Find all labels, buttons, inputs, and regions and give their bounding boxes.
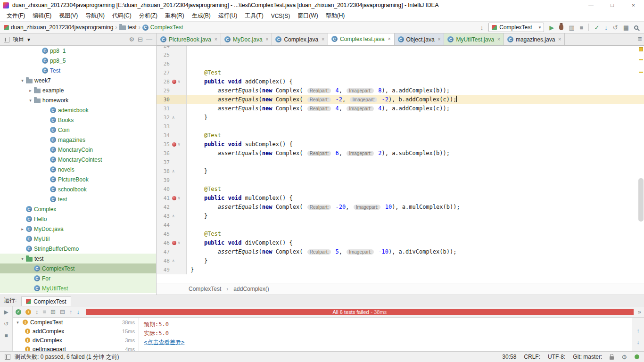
tree-arrow-icon[interactable]: ▾ xyxy=(15,320,20,325)
tree-arrow-icon[interactable]: ▸ xyxy=(19,227,26,231)
run-button[interactable]: ▶ xyxy=(549,24,554,31)
test-failed-icon[interactable] xyxy=(172,196,176,200)
editor-line[interactable]: 48∧ } xyxy=(157,256,644,265)
tree-item[interactable]: Ctest xyxy=(0,194,156,204)
tree-item[interactable]: Cnovels xyxy=(0,165,156,174)
editor-line[interactable]: 24 xyxy=(157,46,644,50)
gear-icon[interactable]: ⚙ xyxy=(621,354,627,361)
code-text[interactable]: public void addComplex() { xyxy=(187,77,293,86)
editor-line[interactable]: 45 @Test xyxy=(157,230,644,239)
editor-line[interactable]: 29 assertEquals(new Complex( Realpart: 4… xyxy=(157,86,644,95)
tree-item[interactable]: Cademicbook xyxy=(0,105,156,115)
editor-line[interactable]: 32∧ } xyxy=(157,113,644,122)
tab-close-icon[interactable]: × xyxy=(322,37,324,42)
editor-line[interactable]: 28∨ public void addComplex() { xyxy=(157,77,644,86)
code-text[interactable]: public void subComplex() { xyxy=(187,140,293,149)
tree-item[interactable]: CTest xyxy=(0,66,156,75)
overflow-icon[interactable]: » xyxy=(638,308,641,315)
code-text[interactable] xyxy=(187,221,190,230)
tab-close-icon[interactable]: × xyxy=(388,36,391,41)
view-diff-link[interactable]: <点击查看差异> xyxy=(144,338,627,347)
editor-tab[interactable]: CComplex.java× xyxy=(272,33,328,45)
code-text[interactable] xyxy=(187,176,190,185)
tree-item[interactable]: CCoin xyxy=(0,125,156,135)
editor-line[interactable]: 26 xyxy=(157,59,644,68)
editor-line[interactable]: 30 assertEquals(new Complex( Realpart: -… xyxy=(157,95,644,104)
code-text[interactable]: } xyxy=(187,212,207,221)
code-text[interactable]: public void mulComplex() { xyxy=(187,194,293,203)
code-text[interactable]: @Test xyxy=(187,230,221,239)
tree-item[interactable]: ▸example xyxy=(0,85,156,95)
menu-item[interactable]: 文件(F) xyxy=(3,10,29,21)
code-text[interactable]: @Test xyxy=(187,185,221,194)
vcs-commit-button[interactable]: ✓ xyxy=(594,24,599,31)
menu-item[interactable]: 代码(C) xyxy=(108,10,135,21)
editor-line[interactable]: 46∨ public void divComplex() { xyxy=(157,239,644,247)
run-tab-complextest[interactable]: ComplexTest xyxy=(21,296,71,306)
tree-item[interactable]: Cpp8_1 xyxy=(0,46,156,56)
editor-line[interactable]: 33 xyxy=(157,122,644,131)
code-text[interactable]: } xyxy=(187,167,207,176)
editor-line[interactable]: 41∨ public void mulComplex() { xyxy=(157,194,644,203)
rerun-failed-tests-button[interactable]: ↺ xyxy=(4,321,8,327)
test-result-row[interactable]: !addComplex15ms xyxy=(13,327,139,336)
collapse-all-icon[interactable]: ⊟ xyxy=(60,308,65,315)
editor-line[interactable]: 37 xyxy=(157,158,644,167)
chevron-down-icon[interactable]: ▾ xyxy=(27,36,30,43)
editor-line[interactable]: 39 xyxy=(157,176,644,185)
tool-window-switcher-icon[interactable] xyxy=(5,354,10,360)
breadcrumb-project[interactable]: duan_zhixuan_20172304javaprograming xyxy=(4,24,114,31)
editor-tab[interactable]: CPictureBook.java× xyxy=(157,33,221,45)
test-failed-icon[interactable] xyxy=(172,80,176,84)
code-text[interactable]: assertEquals(new Complex( Realpart: 4, I… xyxy=(187,104,450,113)
test-result-row[interactable]: !divComplex3ms xyxy=(13,336,139,345)
editor-tab[interactable]: CMyDoc.java× xyxy=(221,33,272,45)
editor-line[interactable]: 44 xyxy=(157,221,644,230)
tree-item[interactable]: CComplexTest xyxy=(0,263,156,273)
editor-line[interactable]: 35∨ public void subComplex() { xyxy=(157,140,644,149)
fold-down-icon[interactable]: ∨ xyxy=(178,196,180,200)
tree-item[interactable]: CFor xyxy=(0,273,156,283)
stop-button[interactable]: ■ xyxy=(4,332,8,339)
git-branch-widget[interactable]: Git: master: xyxy=(573,354,602,360)
fold-down-icon[interactable]: ∨ xyxy=(178,142,180,147)
encoding-widget[interactable]: UTF-8: xyxy=(548,354,565,360)
fold-up-icon[interactable]: ∧ xyxy=(172,115,174,120)
tree-arrow-icon[interactable]: ▸ xyxy=(27,88,34,93)
fold-up-icon[interactable]: ∧ xyxy=(172,169,174,173)
tree-item[interactable]: CComplex xyxy=(0,204,156,214)
editor-viewport[interactable]: 24252627 @Test28∨ public void addComplex… xyxy=(157,46,644,283)
tree-item[interactable]: CPictureBook xyxy=(0,174,156,184)
tree-item[interactable]: CBooks xyxy=(0,115,156,125)
menu-item[interactable]: 视图(V) xyxy=(55,10,82,21)
sort-by-duration-icon[interactable]: ↕ xyxy=(35,308,39,315)
warning-stripe-mark[interactable] xyxy=(639,59,643,60)
test-result-row[interactable]: ▾!ComplexTest38ms xyxy=(13,318,139,327)
scroll-down-icon[interactable]: ↓ xyxy=(636,338,640,346)
menu-item[interactable]: 分析(Z) xyxy=(135,10,161,21)
code-text[interactable] xyxy=(187,158,190,167)
editor-line[interactable]: 31 assertEquals(new Complex( Realpart: 4… xyxy=(157,104,644,113)
code-text[interactable]: } xyxy=(187,265,194,274)
editor-line[interactable]: 49} xyxy=(157,265,644,274)
menu-item[interactable]: 窗口(W) xyxy=(294,10,322,21)
scrollbar-thumb[interactable] xyxy=(638,178,644,222)
maximize-button[interactable]: □ xyxy=(602,0,623,10)
editor-tab[interactable]: CMyUtilTest.java× xyxy=(444,33,504,45)
editor-line[interactable]: 25 xyxy=(157,50,644,59)
code-text[interactable]: assertEquals(new Complex( Realpart: 5, I… xyxy=(187,247,456,256)
tree-item[interactable]: CMonctaryCointest xyxy=(0,155,156,165)
code-text[interactable] xyxy=(187,46,190,50)
code-text[interactable]: assertEquals(new Complex( Realpart: -2, … xyxy=(187,95,457,104)
fold-up-icon[interactable]: ∧ xyxy=(172,259,174,263)
code-text[interactable] xyxy=(187,50,190,59)
fold-down-icon[interactable]: ∨ xyxy=(178,241,180,245)
line-ending-widget[interactable]: CRLF: xyxy=(524,354,540,360)
menu-item[interactable]: 导航(N) xyxy=(82,10,108,21)
editor-tab[interactable]: Cmagazines.java× xyxy=(504,33,565,45)
hide-passed-toggle[interactable]: ✓ xyxy=(16,309,21,315)
tree-arrow-icon[interactable]: ▾ xyxy=(27,98,34,103)
tab-close-icon[interactable]: × xyxy=(558,37,561,42)
code-text[interactable]: public void divComplex() { xyxy=(187,239,293,247)
code-text[interactable] xyxy=(187,59,190,68)
